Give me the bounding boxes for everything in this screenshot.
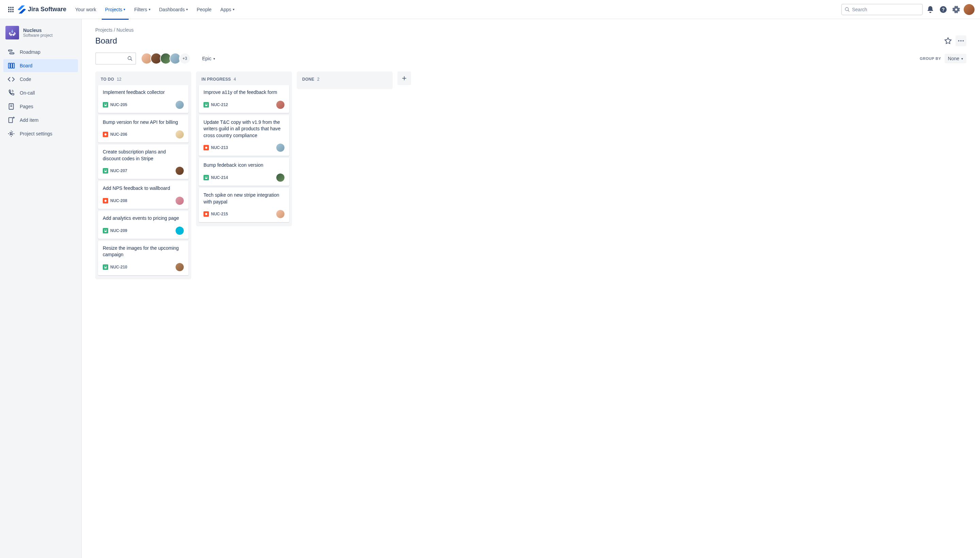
sidebar-item-code[interactable]: Code <box>3 73 78 86</box>
help-button[interactable]: ? <box>938 4 949 15</box>
sidebar-item-project-settings[interactable]: Project settings <box>3 127 78 140</box>
chevron-down-icon: ▾ <box>186 8 188 11</box>
avatar-filter-more[interactable]: +3 <box>179 53 190 64</box>
issue-card[interactable]: Bump version for new API for billingNUC-… <box>98 115 189 143</box>
global-search[interactable] <box>841 4 923 15</box>
project-type: Software project <box>23 33 53 38</box>
card-key: NUC-206 <box>110 132 127 137</box>
card-title: Resize the images for the upcoming campa… <box>103 245 184 258</box>
issue-card[interactable]: Update T&C copy with v1.9 from the write… <box>199 115 289 156</box>
card-key: NUC-205 <box>110 102 127 107</box>
story-icon <box>103 168 108 174</box>
card-key: NUC-208 <box>110 199 127 203</box>
assignee-avatar[interactable] <box>176 130 184 138</box>
issue-card[interactable]: Improve a11y of the feedback formNUC-212 <box>199 85 289 113</box>
svg-point-30 <box>128 56 131 59</box>
issue-card[interactable]: Tech spike on new stripe integration wit… <box>199 188 289 222</box>
assignee-avatar[interactable] <box>176 101 184 109</box>
project-header: Nucleus Software project <box>3 26 78 46</box>
card-title: Create subscription plans and discount c… <box>103 149 184 162</box>
nav-people[interactable]: People <box>193 5 215 14</box>
card-title: Add analytics events to pricing page <box>103 215 184 222</box>
add-column-button[interactable] <box>397 71 411 85</box>
product-logo[interactable]: Jira Software <box>18 5 66 14</box>
rocket-icon <box>8 29 16 36</box>
code-icon <box>8 75 15 83</box>
nav-dashboards[interactable]: Dashboards▾ <box>156 5 192 14</box>
issue-card[interactable]: Bump fedeback icon versionNUC-214 <box>199 158 289 186</box>
card-title: Implement feedback collector <box>103 89 184 96</box>
bug-icon <box>204 211 209 217</box>
plus-icon <box>401 75 408 82</box>
more-actions-button[interactable] <box>955 35 966 46</box>
chevron-down-icon: ▾ <box>213 57 215 61</box>
star-button[interactable] <box>942 35 954 46</box>
assignee-avatar[interactable] <box>276 174 284 182</box>
group-by-select[interactable]: None ▾ <box>945 54 966 63</box>
project-name: Nucleus <box>23 28 53 33</box>
card-title: Bump fedeback icon version <box>204 162 284 169</box>
profile-avatar[interactable] <box>964 4 975 15</box>
breadcrumb-link-projects[interactable]: Projects <box>95 27 113 33</box>
svg-rect-1 <box>10 7 11 8</box>
issue-card[interactable]: Create subscription plans and discount c… <box>98 144 189 179</box>
sidebar-item-add-item[interactable]: Add item <box>3 114 78 126</box>
card-key: NUC-215 <box>211 212 228 217</box>
assignee-avatar[interactable] <box>176 197 184 205</box>
story-icon <box>204 175 209 181</box>
assignee-avatar[interactable] <box>176 263 184 271</box>
breadcrumb: Projects / Nucleus <box>95 27 966 33</box>
board-icon <box>8 62 15 69</box>
svg-rect-16 <box>10 53 14 54</box>
column-header: IN PROGRESS4 <box>199 75 289 85</box>
board-column: DONE2 <box>297 71 393 89</box>
top-navigation: Jira Software Your work Projects▾ Filter… <box>0 0 980 19</box>
project-sidebar: Nucleus Software project Roadmap Board C… <box>0 19 82 558</box>
assignee-avatar[interactable] <box>276 101 284 109</box>
svg-rect-0 <box>8 7 10 8</box>
card-key: NUC-214 <box>211 175 228 180</box>
add-item-icon <box>8 117 15 124</box>
sidebar-item-on-call[interactable]: On-call <box>3 87 78 99</box>
sidebar-item-roadmap[interactable]: Roadmap <box>3 46 78 59</box>
svg-rect-19 <box>13 63 15 68</box>
issue-card[interactable]: Resize the images for the upcoming campa… <box>98 241 189 275</box>
svg-rect-4 <box>10 9 11 10</box>
card-key: NUC-209 <box>110 228 127 233</box>
sidebar-item-board[interactable]: Board <box>3 59 78 72</box>
main-content: Projects / Nucleus Board +3 <box>82 19 980 558</box>
assignee-avatar[interactable] <box>176 167 184 175</box>
story-icon <box>103 102 108 108</box>
story-icon <box>103 228 108 233</box>
svg-point-39 <box>205 147 207 149</box>
epic-filter-button[interactable]: Epic ▾ <box>199 54 218 63</box>
column-title: DONE <box>302 77 314 82</box>
card-title: Add NPS feedback to wallboard <box>103 185 184 192</box>
chevron-down-icon: ▾ <box>961 57 963 61</box>
board-search[interactable] <box>95 53 136 65</box>
nav-projects[interactable]: Projects▾ <box>102 5 129 14</box>
search-input[interactable] <box>852 7 919 12</box>
settings-button[interactable] <box>951 4 962 15</box>
issue-card[interactable]: Add analytics events to pricing pageNUC-… <box>98 211 189 239</box>
card-title: Improve a11y of the feedback form <box>204 89 284 96</box>
roadmap-icon <box>8 48 15 56</box>
assignee-avatar[interactable] <box>176 226 184 235</box>
issue-card[interactable]: Add NPS feedback to wallboardNUC-208 <box>98 181 189 209</box>
star-icon <box>944 37 952 44</box>
app-switcher-button[interactable] <box>5 4 16 15</box>
notifications-button[interactable] <box>925 4 936 15</box>
svg-point-41 <box>205 213 207 215</box>
svg-rect-5 <box>12 9 14 10</box>
nav-your-work[interactable]: Your work <box>72 5 100 14</box>
svg-point-9 <box>845 8 848 11</box>
nav-apps[interactable]: Apps▾ <box>217 5 238 14</box>
svg-point-33 <box>105 133 107 135</box>
assignee-avatar[interactable] <box>276 210 284 218</box>
assignee-avatar[interactable] <box>276 144 284 152</box>
issue-card[interactable]: Implement feedback collectorNUC-205 <box>98 85 189 113</box>
column-count: 12 <box>117 77 121 82</box>
sidebar-item-pages[interactable]: Pages <box>3 100 78 113</box>
nav-filters[interactable]: Filters▾ <box>131 5 153 14</box>
column-header: TO DO12 <box>98 75 189 85</box>
